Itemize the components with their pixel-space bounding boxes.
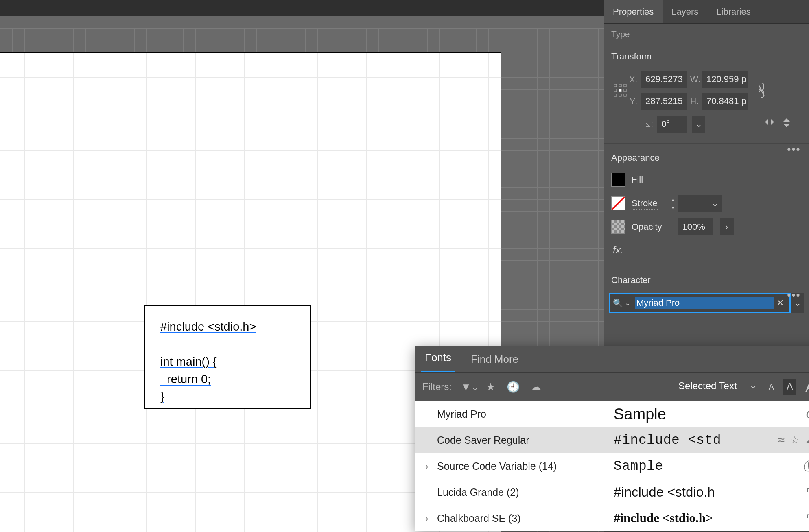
link-wh-icon[interactable]	[751, 82, 772, 98]
appearance-section: Fill Stroke ▴▾ ⌄ Opacity 100% ›	[604, 168, 809, 239]
opacity-expand-icon[interactable]: ›	[720, 218, 734, 235]
sample-size-large[interactable]: A	[805, 379, 809, 395]
angle-row: ⦣: 0° ⌄	[604, 116, 809, 137]
filter-recent-icon[interactable]: 🕘	[506, 381, 520, 393]
svg-rect-8	[624, 94, 626, 96]
font-family-input[interactable]: 🔍 ⌄ Myriad Pro ✕	[609, 293, 790, 313]
filter-activate-icon[interactable]: ☁	[529, 381, 543, 393]
svg-rect-2	[624, 84, 626, 87]
font-name: Myriad Pro	[437, 408, 608, 420]
opacity-input[interactable]: 100%	[678, 218, 713, 235]
svg-rect-4	[619, 89, 621, 92]
tab-properties[interactable]: Properties	[604, 0, 663, 23]
filter-indicator-icon: ⌄	[625, 299, 635, 307]
filters-label: Filters:	[422, 381, 452, 392]
font-name: Lucida Grande (2)	[437, 486, 608, 498]
font-sample: Sample	[614, 406, 800, 423]
font-type-truetype-icon: Ͳ	[806, 512, 809, 524]
clear-icon[interactable]: ✕	[774, 298, 786, 308]
find-more-tab[interactable]: Find More	[467, 347, 523, 372]
stroke-swatch[interactable]	[611, 196, 625, 210]
fill-label: Fill	[632, 174, 643, 185]
sample-size-medium[interactable]: A	[783, 379, 796, 395]
search-icon: 🔍	[613, 298, 625, 308]
font-sample: #include <stdio.h>	[614, 511, 800, 525]
activate-icon[interactable]: ☁	[805, 434, 809, 446]
svg-rect-3	[614, 89, 617, 92]
character-heading: Character	[604, 266, 809, 290]
font-sample: #include <std	[614, 433, 772, 448]
font-type-variable-icon: Ⓥ	[802, 458, 809, 475]
opacity-label[interactable]: Opacity	[632, 222, 662, 232]
stroke-weight-input[interactable]	[678, 195, 708, 212]
font-picker-popup: Fonts Find More Filters: ▼⌄ ★ 🕘 ☁ Select…	[415, 346, 809, 531]
panel-tabs: Properties Layers Libraries	[604, 0, 809, 24]
font-row-chalkboard-se[interactable]: › Chalkboard SE (3) #include <stdio.h> Ͳ	[415, 505, 809, 531]
text-frame[interactable]: #include <stdio.h> int main() { return 0…	[144, 305, 311, 409]
y-label: Y:	[629, 96, 641, 106]
sample-size-small[interactable]: A	[769, 382, 774, 392]
h-input[interactable]: 70.8481 p	[702, 93, 748, 110]
h-label: H:	[690, 96, 702, 106]
filter-favorite-icon[interactable]: ★	[483, 381, 497, 393]
font-name: Source Code Variable (14)	[437, 460, 608, 472]
font-type-truetype-icon: Ͳ	[806, 486, 809, 498]
font-sample: Sample	[614, 459, 797, 474]
stroke-label[interactable]: Stroke	[632, 198, 658, 209]
x-label: X:	[629, 74, 641, 84]
stroke-stepper[interactable]: ▴▾	[668, 195, 678, 212]
x-input[interactable]: 629.5273	[641, 71, 687, 88]
font-family-value[interactable]: Myriad Pro	[635, 297, 774, 309]
opacity-swatch[interactable]	[611, 220, 625, 234]
svg-rect-7	[619, 94, 621, 96]
w-label: W:	[690, 74, 702, 84]
reference-point-icon[interactable]	[611, 83, 629, 98]
angle-icon: ⦣:	[645, 119, 653, 129]
font-type-icon: O	[806, 407, 809, 421]
selection-type: Type	[604, 24, 809, 42]
favorite-icon[interactable]: ☆	[790, 434, 799, 446]
tab-layers[interactable]: Layers	[663, 0, 707, 23]
text-content[interactable]: #include <stdio.h> int main() { return 0…	[160, 318, 302, 406]
fill-swatch[interactable]	[611, 173, 625, 187]
font-row-code-saver[interactable]: Code Saver Regular #include <std ≈ ☆ ☁	[415, 427, 809, 453]
expand-icon[interactable]: ›	[422, 514, 431, 523]
font-row-myriad-pro[interactable]: Myriad Pro Sample O	[415, 401, 809, 427]
w-input[interactable]: 120.959 p	[702, 71, 748, 88]
y-input[interactable]: 287.5215	[641, 93, 687, 110]
font-row-lucida-grande[interactable]: Lucida Grande (2) #include <stdio.h Ͳ	[415, 479, 809, 505]
transform-heading: Transform	[604, 42, 809, 67]
flip-horizontal-icon[interactable]	[764, 118, 775, 131]
svg-rect-5	[624, 89, 626, 92]
font-sample: #include <stdio.h	[614, 484, 800, 500]
fonts-tab[interactable]: Fonts	[421, 346, 455, 372]
filter-classification-icon[interactable]: ▼⌄	[461, 381, 474, 393]
svg-rect-0	[614, 84, 617, 87]
appearance-heading: Appearance	[604, 144, 809, 168]
font-name: Code Saver Regular	[437, 434, 608, 446]
svg-rect-6	[614, 94, 617, 96]
tab-libraries[interactable]: Libraries	[707, 0, 759, 23]
flip-vertical-icon[interactable]	[782, 118, 791, 131]
font-row-source-code-variable[interactable]: › Source Code Variable (14) Sample Ⓥ	[415, 453, 809, 479]
transform-grid: X: 629.5273 W: 120.959 p Y: 287.5215 H: …	[604, 67, 809, 116]
sample-text-dropdown[interactable]: Selected Text	[676, 378, 760, 396]
font-name: Chalkboard SE (3)	[437, 512, 608, 524]
ruler-horizontal	[0, 16, 606, 28]
angle-dropdown[interactable]: ⌄	[691, 116, 705, 133]
stroke-weight-dropdown[interactable]: ⌄	[708, 195, 722, 212]
similar-icon[interactable]: ≈	[778, 433, 785, 447]
transform-more-icon[interactable]: •••	[787, 143, 801, 155]
angle-input[interactable]: 0°	[657, 116, 687, 133]
font-list[interactable]: ⌃ Myriad Pro Sample O Code Saver Regular…	[415, 401, 809, 531]
appearance-more-icon[interactable]: •••	[787, 289, 801, 301]
svg-rect-1	[619, 84, 621, 87]
expand-icon[interactable]: ›	[422, 462, 431, 471]
fx-button[interactable]: fx.	[604, 239, 809, 260]
